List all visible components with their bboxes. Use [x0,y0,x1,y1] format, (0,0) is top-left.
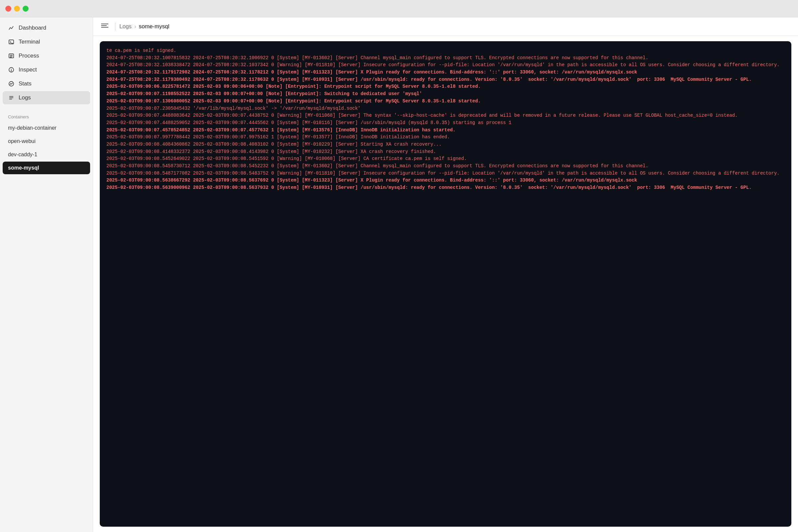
log-line: 2024-07-25T08:20:32.1038338472 2024-07-2… [107,61,785,69]
logs-icon [8,95,15,101]
breadcrumb-separator: › [134,23,136,30]
sidebar-item-dashboard[interactable]: Dashboard [3,21,90,35]
container-item-some-mysql[interactable]: some-mysql [3,162,90,174]
log-line: 2024-07-25T08:20:32.1179380492 2024-07-2… [107,76,785,83]
breadcrumb: Logs › some-mysql [119,23,169,30]
breadcrumb-current: some-mysql [139,23,170,30]
log-line: 2025-02-03T09:00:08.5452649022 2025-02-0… [107,155,785,163]
sidebar-item-label-logs: Logs [19,94,31,101]
sidebar-item-stats[interactable]: Stats [3,77,90,91]
svg-point-8 [11,71,12,71]
breadcrumb-parent[interactable]: Logs [119,23,132,30]
stats-icon [8,81,15,87]
sidebar-item-label-process: Process [19,53,39,59]
process-icon [8,53,15,59]
layout-toggle[interactable] [101,24,108,30]
containers-section-label: Containers [0,112,93,121]
inspect-icon [8,67,15,73]
log-output[interactable]: te ca.pem is self signed.2024-07-25T08:2… [100,41,791,527]
sidebar: DashboardTerminalProcessInspectStatsLogs… [0,17,93,532]
title-bar [0,0,798,17]
log-line: 2025-02-03T09:00:07.4488083642 2025-02-0… [107,112,785,119]
log-line: 2025-02-03T09:00:07.1198552522 2025-02-0… [107,91,785,98]
log-line: 2025-02-03T09:00:08.4084360862 2025-02-0… [107,141,785,148]
header: Logs › some-mysql [93,17,798,36]
log-line: 2025-02-03T09:00:07.1306080052 2025-02-0… [107,98,785,105]
sidebar-item-label-inspect: Inspect [19,66,37,73]
main-content: Logs › some-mysql te ca.pem is self sign… [93,17,798,532]
sidebar-item-inspect[interactable]: Inspect [3,63,90,76]
log-line: 2025-02-03T09:00:07.4578524852 2025-02-0… [107,127,785,134]
minimize-button[interactable] [14,6,20,12]
log-line: te ca.pem is self signed. [107,47,785,55]
log-line: 2024-07-25T08:20:32.1179172982 2024-07-2… [107,69,785,76]
log-line: 2025-02-03T09:00:08.5458730712 2025-02-0… [107,163,785,170]
sidebar-item-logs[interactable]: Logs [3,91,90,104]
terminal-icon [8,39,15,45]
log-line: 2025-02-03T09:00:08.5639000962 2025-02-0… [107,184,785,191]
header-divider [115,23,115,31]
sidebar-nav: DashboardTerminalProcessInspectStatsLogs [0,21,93,105]
container-item-dev-caddy-1[interactable]: dev-caddy-1 [3,148,90,161]
container-item-my-debian-container[interactable]: my-debian-container [3,122,90,134]
dashboard-icon [8,25,15,31]
log-line: 2025-02-03T09:00:07.2305045432 '/var/lib… [107,105,785,112]
container-item-open-webui[interactable]: open-webui [3,135,90,148]
traffic-lights [5,6,28,12]
log-line: 2025-02-03T09:00:08.5487177082 2025-02-0… [107,170,785,177]
log-line: 2024-07-25T08:20:32.1007815832 2024-07-2… [107,55,785,62]
sidebar-item-terminal[interactable]: Terminal [3,35,90,49]
log-line: 2025-02-03T09:00:07.9977788442 2025-02-0… [107,134,785,141]
app-container: DashboardTerminalProcessInspectStatsLogs… [0,17,798,532]
close-button[interactable] [5,6,11,12]
sidebar-item-label-terminal: Terminal [19,39,40,45]
sidebar-item-label-dashboard: Dashboard [19,25,46,31]
sidebar-item-process[interactable]: Process [3,49,90,62]
log-line: 2025-02-03T09:00:08.4148332372 2025-02-0… [107,148,785,156]
log-line: 2025-02-03T09:00:08.5638667292 2025-02-0… [107,177,785,184]
log-line: 2025-02-03T09:00:07.4488259052 2025-02-0… [107,119,785,127]
maximize-button[interactable] [23,6,28,12]
log-line: 2025-02-03T09:00:06.8225781472 2025-02-0… [107,83,785,91]
log-container: te ca.pem is self signed.2024-07-25T08:2… [93,36,798,532]
sidebar-item-label-stats: Stats [19,80,32,87]
